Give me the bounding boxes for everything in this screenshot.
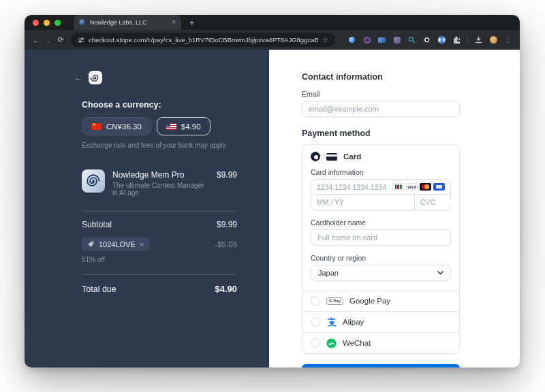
bookmark-star-icon[interactable]: ☆: [322, 36, 328, 44]
address-bar[interactable]: checkout.stripe.com/c/pay/cs_live_b1RV7I…: [71, 33, 335, 47]
wechat-radio[interactable]: [311, 338, 320, 348]
checkout-back-arrow[interactable]: ←: [74, 73, 82, 83]
mastercard-icon: [420, 183, 431, 191]
alipay-label: Alipay: [343, 318, 364, 326]
search-extension-icon[interactable]: [407, 35, 416, 44]
profile-avatar[interactable]: [489, 35, 498, 44]
product-icon: [82, 169, 105, 193]
product-line-item: Nowledge Mem Pro The ultimate Context Ma…: [82, 169, 237, 197]
browser-window: Nowledge Labs, LLC × + ← → ⟳ checkout.st…: [25, 15, 520, 368]
google-pay-radio[interactable]: [311, 296, 320, 306]
wechat-icon: [326, 338, 337, 348]
checkout-page: ← Choose a currency: CN¥36.30 $4.90: [25, 50, 520, 368]
coupon-code: 1024LOVE: [99, 240, 136, 248]
currency-usd-label: $4.90: [181, 122, 201, 131]
currency-option-cny[interactable]: CN¥36.30: [82, 117, 151, 135]
browser-tab[interactable]: Nowledge Labs, LLC ×: [74, 15, 181, 30]
pay-button[interactable]: Pay: [302, 364, 460, 368]
alipay-radio[interactable]: [311, 317, 320, 327]
card-expiry-input[interactable]: [317, 198, 409, 206]
amex-icon: [433, 183, 445, 191]
new-tab-button[interactable]: +: [189, 18, 195, 28]
subtotal-label: Subtotal: [82, 220, 112, 229]
alipay-icon: [326, 317, 337, 327]
total-divider: [82, 274, 237, 275]
extensions-puzzle-icon[interactable]: [452, 35, 461, 44]
card-number-input[interactable]: [317, 183, 390, 191]
site-favicon: [79, 19, 86, 26]
payment-method-box: Card Card information VISA: [302, 144, 460, 354]
google-pay-label: Google Pay: [349, 297, 390, 305]
coupon-chip: 1024LOVE ×: [82, 237, 149, 251]
browser-menu-icon[interactable]: ⋮: [504, 35, 512, 44]
summary-divider: [82, 211, 237, 212]
card-information-label: Card information: [311, 168, 451, 176]
coupon-remove-icon[interactable]: ×: [140, 240, 144, 248]
maximize-window-button[interactable]: [54, 20, 61, 26]
cardholder-name-input[interactable]: [311, 229, 451, 246]
payment-form-panel: Contact information Email Payment method…: [269, 50, 520, 368]
email-label: Email: [302, 90, 460, 98]
tab-strip: Nowledge Labs, LLC × +: [25, 15, 520, 30]
tag-icon: [87, 240, 95, 248]
china-flag-icon: [91, 123, 102, 130]
product-name: Nowledge Mem Pro: [112, 170, 209, 180]
ring-extension-icon[interactable]: [422, 35, 431, 44]
minimize-window-button[interactable]: [44, 20, 50, 26]
email-input[interactable]: [302, 101, 460, 117]
chevron-down-icon: [437, 271, 443, 275]
reload-icon[interactable]: ⟳: [54, 35, 67, 44]
url-text[interactable]: checkout.stripe.com/c/pay/cs_live_b1RV7I…: [89, 36, 318, 44]
merchant-logo: [89, 71, 102, 84]
card-radio-selected[interactable]: [311, 152, 320, 161]
currency-option-usd[interactable]: $4.90: [157, 117, 211, 135]
wechat-option[interactable]: WeChat: [302, 333, 459, 353]
browser-toolbar: ← → ⟳ checkout.stripe.com/c/pay/cs_live_…: [25, 30, 520, 50]
tab-close-icon[interactable]: ×: [172, 19, 176, 26]
site-info-icon[interactable]: [78, 37, 84, 44]
alipay-option[interactable]: Alipay: [302, 312, 459, 332]
wechat-label: WeChat: [343, 339, 371, 347]
exchange-rate-note: Exchange rate and fees of your bank may …: [82, 142, 237, 149]
card-icon: [326, 153, 337, 161]
cardholder-name-label: Cardholder name: [311, 218, 451, 227]
card-cvc-input[interactable]: [420, 198, 460, 206]
country-label: Country or region: [311, 254, 451, 262]
card-method-label: Card: [343, 152, 361, 161]
shape-extension-icon[interactable]: [392, 35, 401, 44]
close-window-button[interactable]: [33, 20, 39, 26]
total-due-label: Total due: [82, 284, 116, 294]
back-icon[interactable]: ←: [30, 36, 42, 44]
visa-icon: VISA: [406, 183, 418, 191]
tab-title: Nowledge Labs, LLC: [90, 19, 168, 26]
subtotal-value: $9.99: [217, 220, 237, 229]
currency-cny-label: CN¥36.30: [106, 122, 142, 131]
card-method-option[interactable]: Card: [311, 152, 451, 161]
comet-extension-icon[interactable]: [347, 35, 356, 44]
country-select[interactable]: Japan: [311, 265, 451, 281]
product-description: The ultimate Context Manager in AI age: [112, 182, 209, 197]
total-due-value: $4.90: [215, 284, 237, 294]
screen-extension-icon[interactable]: [377, 35, 386, 44]
product-price: $9.99: [217, 169, 237, 180]
downloads-icon[interactable]: [474, 35, 483, 44]
contact-information-heading: Contact information: [302, 72, 460, 82]
google-pay-option[interactable]: G Pay Google Pay: [302, 291, 459, 311]
coupon-discount: -$5.09: [215, 240, 237, 248]
jcb-icon: [392, 183, 404, 191]
globe-extension-icon[interactable]: [437, 35, 446, 44]
extension-icons-row: ⋮: [343, 35, 514, 44]
forward-icon[interactable]: →: [42, 36, 54, 44]
order-summary-panel: ← Choose a currency: CN¥36.30 $4.90: [25, 50, 269, 368]
country-value: Japan: [318, 269, 339, 277]
coupon-percent-note: 51% off: [82, 256, 237, 263]
google-pay-icon: G Pay: [326, 297, 343, 305]
usa-flag-icon: [166, 123, 176, 130]
currency-heading: Choose a currency:: [82, 100, 237, 110]
toolbar-separator: [467, 36, 468, 44]
flower-extension-icon[interactable]: [362, 35, 371, 44]
payment-method-heading: Payment method: [302, 129, 460, 138]
